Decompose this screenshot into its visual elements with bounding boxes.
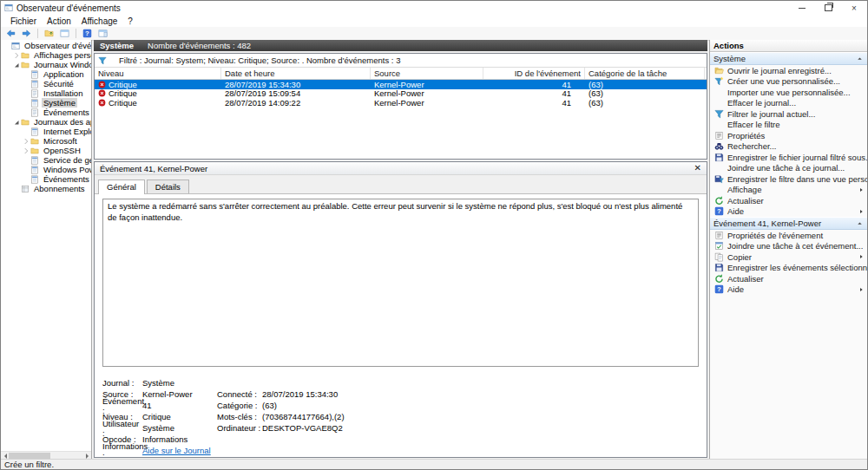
sidebar-item-systeme[interactable]: Système bbox=[1, 98, 91, 108]
sidebar-item-label: Sécurité bbox=[42, 79, 76, 88]
sidebar-item-affichages-personnalises[interactable]: Affichages personnalisés bbox=[1, 50, 91, 60]
action-copier[interactable]: Copier bbox=[710, 251, 867, 263]
refresh-icon bbox=[714, 274, 724, 284]
forward-button[interactable] bbox=[20, 28, 33, 39]
tree-spacer bbox=[22, 127, 30, 136]
field-value: DESKTOP-VGAE8Q2 bbox=[262, 423, 699, 433]
tree-expanded-icon[interactable] bbox=[12, 118, 21, 127]
menu-aide[interactable]: ? bbox=[122, 16, 138, 26]
action-aide[interactable]: ?Aide bbox=[710, 206, 867, 218]
actions-section-systeme[interactable]: Système bbox=[710, 52, 867, 65]
sidebar-item-journaux-windows[interactable]: Journaux Windows bbox=[1, 60, 91, 69]
action-effacer-le-filtre[interactable]: Effacer le filtre bbox=[710, 120, 867, 131]
action-label: Ouvrir le journal enregistré... bbox=[727, 66, 832, 75]
sidebar-item-windows-powershell[interactable]: Windows PowerShell bbox=[1, 165, 91, 174]
action-label: Filtrer le journal actuel... bbox=[727, 109, 815, 119]
sidebar-item-label: Internet Explorer bbox=[42, 127, 91, 136]
action-actualiser[interactable]: Actualiser bbox=[710, 273, 867, 284]
action-proprietes-de-l-evenement[interactable]: Propriétés de l'événement bbox=[710, 230, 867, 241]
sidebar-item-label: OpenSSH bbox=[42, 146, 82, 155]
tree-collapsed-icon[interactable] bbox=[22, 137, 30, 146]
event-row[interactable]: Critique28/07/2019 15:09:54Kernel-Power4… bbox=[95, 89, 707, 99]
back-button[interactable] bbox=[4, 28, 17, 39]
column-header-niveau[interactable]: Niveau bbox=[95, 68, 221, 79]
event-level-cell: Critique bbox=[95, 80, 221, 89]
sidebar-item-observateur-d-evenements-loc[interactable]: Observateur d'événements (Loc bbox=[1, 41, 91, 50]
action-filtrer-le-journal-actuel[interactable]: Filtrer le journal actuel... bbox=[710, 108, 867, 120]
action-effacer-le-journal[interactable]: Effacer le journal... bbox=[710, 98, 867, 109]
action-label: Effacer le journal... bbox=[727, 98, 796, 108]
action-affichage[interactable]: Affichage bbox=[710, 185, 867, 196]
action-actualiser[interactable]: Actualiser bbox=[710, 195, 867, 206]
blank-icon bbox=[714, 88, 724, 97]
help-icon: ? bbox=[714, 206, 724, 216]
action-joindre-une-tache-a-ce-journal[interactable]: Joindre une tâche à ce journal... bbox=[710, 163, 867, 174]
help-button[interactable]: ? bbox=[81, 28, 94, 39]
sidebar-item-abonnements[interactable]: Abonnements bbox=[1, 184, 91, 193]
column-header-date-et-heure[interactable]: Date et heure bbox=[221, 68, 371, 79]
column-header-id-de-l-evenement[interactable]: ID de l'événement bbox=[483, 68, 585, 79]
open-saved-log-button[interactable] bbox=[43, 28, 56, 39]
console-window-button[interactable] bbox=[58, 28, 71, 39]
sidebar-item-service-de-gestion-de-cles[interactable]: Service de gestion de clés bbox=[1, 155, 91, 165]
tree-collapsed-icon[interactable] bbox=[12, 51, 21, 60]
detail-tabs: Général Détails bbox=[95, 175, 707, 194]
sidebar-item-securite[interactable]: Sécurité bbox=[1, 79, 91, 88]
sidebar-item-application[interactable]: Application bbox=[1, 69, 91, 79]
action-joindre-une-tache-a-cet-evenement[interactable]: Joindre une tâche à cet événement... bbox=[710, 241, 867, 252]
field-label: Journal : bbox=[102, 378, 142, 388]
folder-icon bbox=[30, 147, 39, 155]
submenu-arrow-icon bbox=[858, 253, 865, 260]
sidebar-item-openssh[interactable]: OpenSSH bbox=[1, 146, 91, 155]
event-row[interactable]: Critique28/07/2019 15:34:30Kernel-Power4… bbox=[95, 80, 707, 89]
critical-icon bbox=[98, 89, 106, 97]
action-proprietes[interactable]: Propriétés bbox=[710, 130, 867, 141]
window-controls: × bbox=[789, 1, 867, 15]
column-header-source[interactable]: Source bbox=[371, 68, 483, 79]
action-enregistrer-les-evenements-selectionnes[interactable]: Enregistrer les événements sélectionnés.… bbox=[710, 263, 867, 274]
action-pane-button[interactable] bbox=[96, 28, 109, 39]
submenu-arrow-icon bbox=[858, 186, 865, 193]
actions-section-evenement-41-kernel-power[interactable]: Événement 41, Kernel-Power bbox=[710, 217, 867, 230]
folder-open-icon bbox=[714, 66, 724, 75]
menu-affichage[interactable]: Affichage bbox=[76, 16, 123, 26]
action-label: Joindre une tâche à ce journal... bbox=[727, 163, 845, 173]
sidebar-item-journaux-des-applications-et[interactable]: Journaux des applications et bbox=[1, 117, 91, 127]
column-header-categorie-de-la-tache[interactable]: Catégorie de la tâche bbox=[585, 68, 705, 79]
action-enregistrer-le-filtre-dans-une-vue-perso[interactable]: Enregistrer le filtre dans une vue perso… bbox=[710, 173, 867, 185]
sidebar-item-evenements-materiels[interactable]: Événements matériels bbox=[1, 174, 91, 184]
sidebar-item-microsoft[interactable]: Microsoft bbox=[1, 136, 91, 146]
action-label: Joindre une tâche à cet événement... bbox=[727, 241, 863, 251]
menu-action[interactable]: Action bbox=[42, 16, 76, 26]
action-ouvrir-le-journal-enregistre[interactable]: Ouvrir le journal enregistré... bbox=[710, 65, 867, 76]
action-label: Aide bbox=[727, 284, 744, 294]
event-row[interactable]: Critique28/07/2019 14:09:22Kernel-Power4… bbox=[95, 98, 707, 108]
field-value: Kernel-Power bbox=[142, 389, 217, 399]
event-level-label: Critique bbox=[108, 88, 137, 98]
actions-pane: Actions SystèmeOuvrir le journal enregis… bbox=[709, 40, 867, 460]
action-importer-une-vue-personnalisee[interactable]: Importer une vue personnalisée... bbox=[710, 87, 867, 98]
action-aide[interactable]: ?Aide bbox=[710, 284, 867, 296]
sidebar-item-label: Application bbox=[42, 69, 85, 79]
sidebar-item-evenements-transferes[interactable]: Événements transférés bbox=[1, 108, 91, 117]
action-creer-une-vue-personnalisee[interactable]: Créer une vue personnalisée... bbox=[710, 76, 867, 88]
close-button[interactable]: × bbox=[841, 1, 867, 15]
field-value: (63) bbox=[262, 401, 699, 410]
tab-general[interactable]: Général bbox=[98, 180, 145, 194]
event-event_id-cell: 41 bbox=[483, 98, 585, 108]
restore-button[interactable] bbox=[815, 1, 841, 15]
tree-collapsed-icon[interactable] bbox=[22, 147, 30, 155]
tree-expanded-icon[interactable] bbox=[12, 61, 21, 69]
action-rechercher[interactable]: Rechercher... bbox=[710, 141, 867, 153]
close-icon[interactable]: ✕ bbox=[694, 164, 701, 173]
refresh-icon bbox=[714, 196, 724, 206]
sidebar-item-label: Abonnements bbox=[32, 184, 87, 193]
sidebar-item-internet-explorer[interactable]: Internet Explorer bbox=[1, 127, 91, 136]
help-link[interactable]: Aide sur le Journal bbox=[142, 446, 211, 455]
tab-details[interactable]: Détails bbox=[147, 180, 189, 193]
scrollbar-thumb[interactable] bbox=[9, 453, 50, 459]
sidebar-item-installation[interactable]: Installation bbox=[1, 88, 91, 98]
menu-fichier[interactable]: Fichier bbox=[5, 16, 42, 26]
action-enregistrer-le-fichier-journal-filtre-so[interactable]: Enregistrer le fichier journal filtré so… bbox=[710, 152, 867, 163]
minimize-button[interactable] bbox=[789, 1, 815, 15]
